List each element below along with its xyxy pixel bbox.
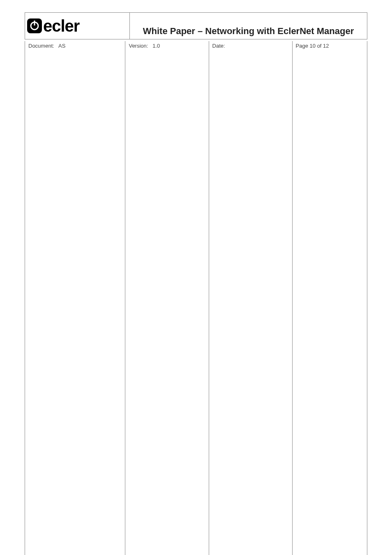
meta-page: Page 10 of 12: [293, 41, 367, 555]
meta-date: Date:: [209, 41, 293, 555]
brand-icon: [27, 18, 42, 34]
brand-logo: ecler: [27, 17, 79, 35]
meta-document-label: Document:: [28, 43, 54, 49]
brand-text: ecler: [43, 17, 79, 35]
meta-version-value: 1.0: [152, 43, 160, 49]
meta-version: Version: 1.0: [125, 41, 209, 555]
meta-date-label: Date:: [212, 43, 225, 49]
meta-document-value: AS: [58, 43, 65, 49]
meta-document: Document: AS: [25, 41, 125, 555]
doc-title: White Paper – Networking with EclerNet M…: [129, 13, 367, 39]
doc-header: ecler White Paper – Networking with Ecle…: [25, 12, 367, 39]
logo-cell: ecler: [25, 13, 129, 39]
doc-meta-row: Document: AS Version: 1.0 Date: Page 10 …: [25, 41, 367, 555]
meta-version-label: Version:: [129, 43, 148, 49]
meta-page-label: Page 10 of 12: [296, 43, 329, 49]
